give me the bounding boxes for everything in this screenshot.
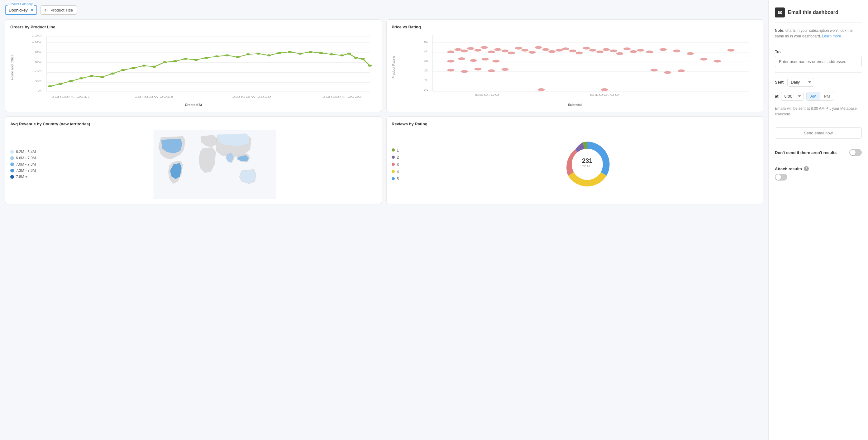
svg-point-22 [121,69,125,71]
svg-point-70 [467,47,474,50]
svg-point-94 [630,50,637,53]
svg-point-32 [225,54,229,56]
svg-point-20 [100,76,104,78]
email-panel: ✉ Email this dashboard Note: charts in y… [768,0,868,440]
svg-point-40 [308,51,312,53]
svg-point-93 [623,48,630,50]
category-filter-chip[interactable]: Product Category Doohickey × [5,5,37,15]
svg-point-45 [353,57,358,59]
svg-point-76 [508,52,515,54]
scatter-chart: Product Rating 0 1 2 3 4 5 [392,33,758,102]
svg-point-36 [267,54,271,56]
at-row: at 8:00 9:00 10:00 AM PM [775,92,862,101]
divider-4 [775,122,862,122]
time-select[interactable]: 8:00 9:00 10:00 [781,92,804,101]
map-legend: 6.2M - 6.4M 6.6M - 7.0M 7.0M - 7.3M [10,150,48,179]
donut-legend-label-4: 4 [397,169,399,174]
svg-point-16 [58,83,62,85]
svg-point-33 [236,56,240,58]
svg-point-41 [319,52,323,54]
svg-point-35 [256,53,260,55]
donut-dot-1 [392,148,395,151]
svg-point-116 [537,88,545,91]
title-filter-value: Product Title [51,8,73,12]
svg-point-117 [601,88,608,91]
attach-toggle[interactable] [775,174,787,181]
legend-item-0: 6.2M - 6.4M [10,150,48,154]
orders-line-svg: 0 20 40 60 80 100 [15,33,377,102]
map-chart-card: Avg Revenue by Country (new territories)… [5,116,382,204]
svg-point-15 [48,85,52,87]
learn-more-link[interactable]: Learn more. [822,34,842,38]
svg-point-77 [515,47,522,50]
divider-6 [775,161,862,161]
to-field-group: To: [775,49,862,67]
svg-point-30 [205,57,209,59]
svg-point-114 [664,71,671,74]
svg-point-95 [637,49,644,52]
send-now-button[interactable]: Send email now [775,127,862,139]
svg-text:1: 1 [424,78,428,82]
sent-row: Sent Daily Weekly Monthly [775,78,862,87]
info-icon[interactable]: i [804,166,809,171]
email-panel-header: ✉ Email this dashboard [775,7,862,18]
category-filter-clear[interactable]: × [31,7,33,12]
svg-point-98 [470,59,477,62]
no-results-toggle[interactable] [849,149,862,156]
svg-point-75 [501,50,508,52]
svg-point-24 [142,64,146,67]
donut-legend-label-1: 1 [397,148,399,152]
ampm-group: AM PM [806,92,834,101]
svg-point-102 [461,70,468,73]
donut-chart-title: Reviews by Rating [392,122,758,126]
legend-label-0: 6.2M - 6.4M [16,150,36,154]
legend-item-3: 7.3M - 7.6M [10,168,48,173]
svg-point-92 [616,52,623,55]
svg-text:January, 2019: January, 2019 [232,95,271,98]
pm-button[interactable]: PM [820,92,834,100]
orders-y-axis-label: Home and Office [10,33,14,102]
donut-legend-label-3: 3 [397,162,399,167]
tag-icon: 🏷 [44,7,49,12]
svg-text:3: 3 [424,59,428,62]
to-input[interactable] [775,56,862,67]
svg-point-90 [602,48,610,51]
no-results-label: Don't send if there aren't results [775,150,837,155]
svg-text:0: 0 [424,89,428,92]
donut-legend-label-2: 2 [397,155,399,160]
donut-dot-3 [392,163,395,166]
svg-point-105 [501,68,508,71]
svg-text:January, 2017: January, 2017 [52,95,91,98]
svg-point-38 [287,51,291,53]
scatter-area: 0 1 2 3 4 5 [397,33,758,102]
attach-toggle-knob [775,174,781,180]
legend-dot-4 [10,175,14,179]
title-filter-chip[interactable]: 🏷 Product Title [40,5,77,14]
frequency-select[interactable]: Daily Weekly Monthly [787,78,814,87]
svg-text:January, 2018: January, 2018 [134,95,174,98]
svg-point-89 [596,51,603,53]
donut-chart-card: Reviews by Rating 1 2 3 [386,116,763,204]
svg-point-78 [521,49,528,52]
svg-point-111 [714,60,721,63]
attach-label: Attach results [775,167,802,171]
svg-point-99 [482,58,489,60]
svg-point-28 [184,58,188,60]
legend-item-2: 7.0M - 7.3M [10,162,48,167]
svg-point-88 [589,49,596,52]
svg-point-73 [488,51,495,53]
svg-point-72 [481,46,488,49]
am-button[interactable]: AM [807,92,820,100]
attach-row: Attach results i [775,166,862,181]
donut-content: 1 2 3 4 [392,130,758,199]
no-results-toggle-knob [850,150,856,155]
attach-label-row: Attach results i [775,166,862,171]
donut-dot-5 [392,177,395,180]
svg-point-81 [542,48,549,51]
svg-point-37 [277,52,281,54]
legend-item-1: 6.6M - 7.0M [10,156,48,160]
scatter-y-label: Product Rating [392,33,395,102]
map-svg-container [53,130,377,199]
email-note: Note: charts in your subscription won't … [775,28,862,39]
svg-point-44 [347,53,351,55]
